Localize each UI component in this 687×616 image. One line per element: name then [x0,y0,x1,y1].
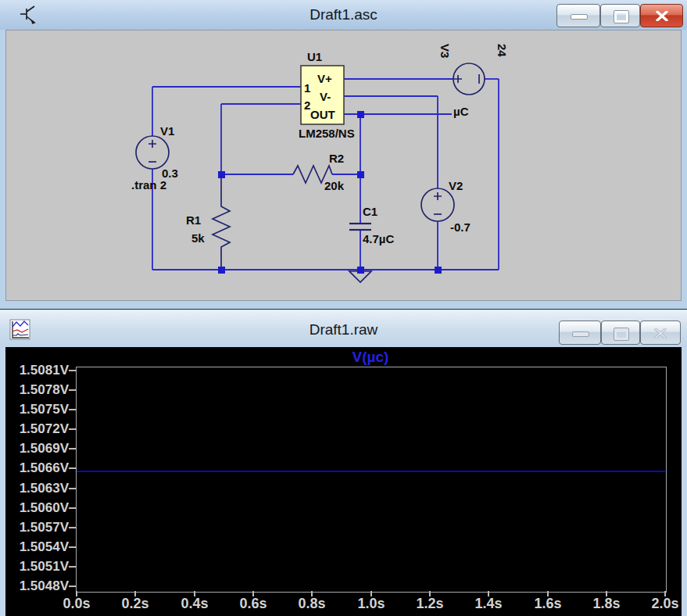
y-tick-label: 1.5051V [5,560,69,574]
voltage-source-v3[interactable] [453,63,485,95]
c1-ref-label[interactable]: C1 [363,205,377,218]
maximize-icon [614,11,628,23]
close-icon [656,11,668,21]
waveform-titlebar[interactable]: Draft1.raw [0,310,687,348]
close-button[interactable] [640,321,681,345]
y-tick-label: 1.5075V [5,403,69,417]
opamp-pin-out-label: OUT [310,108,335,121]
minimize-icon [571,14,588,20]
net-label-uc[interactable]: µC [453,105,468,118]
voltage-source-v2[interactable] [421,188,454,221]
c1-value-label[interactable]: 4.7µC [363,232,394,245]
y-tick-label: 1.5081V [5,364,69,378]
y-tick-label: 1.5054V [5,540,69,554]
y-tick-label: 1.5060V [5,501,69,515]
x-tick-label: 0.6s [228,596,278,612]
maximize-button[interactable] [600,4,640,27]
close-icon [654,328,667,338]
y-tick-label: 1.5063V [5,482,69,496]
maximize-button[interactable] [601,321,640,345]
trace-legend[interactable]: V(µc) [76,349,665,366]
r1-value-label[interactable]: 5k [191,231,205,245]
r2-value-label[interactable]: 20k [324,179,344,192]
opamp-part-label[interactable]: LM258/NS [299,127,355,140]
voltage-source-v1[interactable] [136,136,169,169]
v3-ref-label[interactable]: V3 [438,44,452,58]
x-tick-label: 2.0s [640,596,682,612]
x-tick-label: 0.2s [110,596,160,612]
y-tick-label: 1.5066V [5,461,69,475]
y-tick-label: 1.5069V [5,442,69,456]
resistor-r1[interactable] [213,174,230,270]
x-tick-label: 1.6s [523,596,573,612]
x-tick-label: 1.0s [346,596,396,612]
spice-directive-label[interactable]: .tran 2 [131,178,166,192]
x-tick-label: 1.8s [581,596,632,612]
x-tick-label: 0.4s [170,596,220,612]
opamp-pin-vminus-label: V- [320,90,331,103]
schematic-titlebar[interactable]: Draft1.asc [0,0,687,30]
v1-ref-label[interactable]: V1 [160,124,174,138]
y-tick-label: 1.5057V [5,521,69,535]
waveform-window: Draft1.raw V(µc) 1.5081V 1.5078V 1.5075V… [0,309,687,616]
v2-value-label[interactable]: -0.7 [450,220,471,234]
r1-ref-label[interactable]: R1 [186,213,201,227]
opamp-pin-vplus-label: V+ [317,72,332,85]
r2-ref-label[interactable]: R2 [329,152,344,165]
waveform-plot[interactable]: V(µc) 1.5081V 1.5078V 1.5075V 1.5072V 1.… [5,347,682,616]
x-tick-label: 0.0s [52,596,102,612]
opamp-pin2-label: 2 [304,98,310,112]
schematic-window: Draft1.asc [0,0,687,309]
y-tick-label: 1.5078V [5,383,69,397]
maximize-icon [614,328,628,340]
minimize-icon [572,331,589,337]
opamp-pin1-label: 1 [304,81,310,95]
x-tick-label: 1.4s [463,596,513,612]
v2-ref-label[interactable]: V2 [449,179,463,192]
capacitor-c1[interactable] [349,224,371,230]
opamp-ref-label[interactable]: U1 [307,50,322,63]
x-tick-label: 1.2s [405,596,455,612]
minimize-button[interactable] [559,321,601,345]
close-button[interactable] [640,4,683,27]
y-tick-label: 1.5072V [5,422,69,436]
plot-border [76,367,667,593]
x-tick-label: 0.8s [287,596,337,612]
y-tick-label: 1.5048V [5,579,69,593]
trace-vuc [77,471,665,472]
schematic-canvas[interactable]: U1 V+ V- OUT 1 2 LM258/NS V1 0.3 .tran 2… [5,30,682,301]
v3-value-label[interactable]: 24 [496,44,509,57]
minimize-button[interactable] [556,4,600,27]
